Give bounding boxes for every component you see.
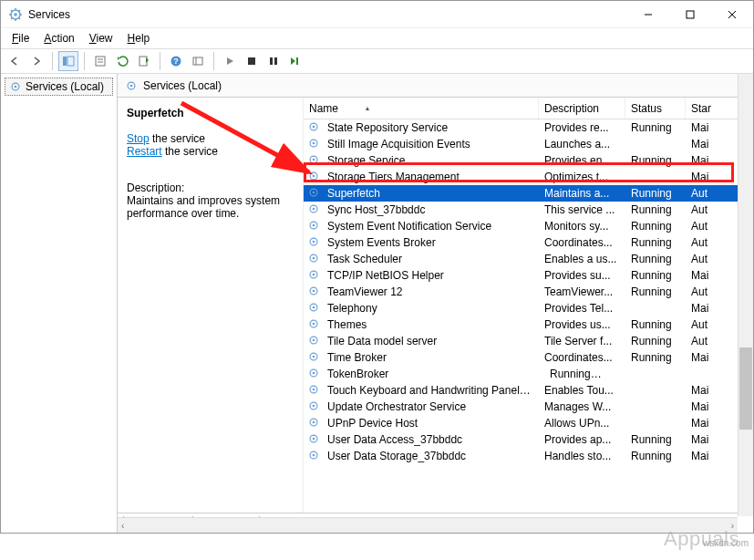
vertical-scrollbar[interactable]: [738, 98, 753, 513]
service-name: TeamViewer 12: [322, 285, 539, 298]
service-name: Superfetch: [322, 187, 539, 200]
service-row[interactable]: Touch Keyboard and Handwriting Panel Ser…: [304, 382, 753, 399]
menu-file[interactable]: File: [5, 30, 36, 47]
restart-service-link[interactable]: Restart: [127, 145, 162, 158]
nav-forward-button[interactable]: [26, 51, 46, 71]
service-row[interactable]: Sync Host_37bbddcThis service ...Running…: [304, 202, 753, 218]
service-icon: [307, 186, 322, 201]
service-row[interactable]: System Events BrokerCoordinates...Runnin…: [304, 234, 753, 251]
stop-service-button[interactable]: [242, 51, 262, 71]
minimize-button[interactable]: [627, 1, 669, 28]
svg-line-6: [11, 10, 12, 11]
service-row[interactable]: User Data Storage_37bbddcHandles sto...R…: [304, 448, 753, 464]
service-row[interactable]: Still Image Acquisition EventsLaunches a…: [304, 136, 753, 152]
stop-service-link[interactable]: Stop: [127, 132, 150, 145]
service-row[interactable]: Storage ServiceProvides en...RunningMai: [304, 152, 753, 169]
service-icon: [307, 383, 322, 398]
service-row[interactable]: Storage Tiers ManagementOptimizes t...Ma…: [304, 169, 753, 185]
restart-service-button[interactable]: [285, 51, 305, 71]
service-row[interactable]: Update Orchestrator ServiceManages W...M…: [304, 399, 753, 415]
service-startup: Aut: [686, 285, 722, 298]
console-tree-pane: Services (Local): [1, 74, 118, 533]
service-row[interactable]: UPnP Device HostAllows UPn...Mai: [304, 415, 753, 431]
service-icon: [307, 202, 322, 217]
col-name[interactable]: Name▴: [304, 98, 539, 119]
service-description: TeamViewer...: [539, 285, 625, 298]
refresh-button[interactable]: [112, 51, 132, 71]
service-icon: [307, 268, 322, 283]
details-pane: Superfetch Stop the service Restart the …: [118, 98, 304, 513]
service-description: Provides us...: [539, 318, 625, 331]
service-description: Enables Tou...: [539, 384, 625, 397]
service-description: Launches a...: [539, 138, 625, 150]
show-hide-tree-button[interactable]: [58, 51, 78, 71]
svg-point-35: [313, 142, 315, 145]
service-description: Provides su...: [539, 269, 625, 282]
service-row[interactable]: User Data Access_37bbddcProvides ap...Ru…: [304, 431, 753, 448]
menu-view[interactable]: View: [82, 30, 120, 47]
toolbar-extra-button[interactable]: [188, 51, 208, 71]
start-service-button[interactable]: [220, 51, 240, 71]
description-text: Maintains and improves system performanc…: [127, 194, 294, 220]
nav-back-button[interactable]: [5, 51, 25, 71]
service-row[interactable]: ThemesProvides us...RunningAut: [304, 316, 753, 333]
service-description: Handles sto...: [539, 450, 625, 462]
service-row[interactable]: SuperfetchMaintains a...RunningAut: [304, 185, 753, 202]
service-status: Running: [625, 318, 686, 331]
service-status: Running: [625, 121, 686, 134]
service-row[interactable]: TokenBrokerRunningMai: [304, 366, 753, 382]
service-icon: [307, 334, 322, 348]
svg-line-7: [19, 17, 20, 18]
svg-point-57: [313, 323, 315, 326]
service-name: UPnP Device Host: [322, 417, 539, 430]
service-icon: [307, 252, 322, 266]
tree-services-local[interactable]: Services (Local): [5, 78, 113, 96]
service-name: TCP/IP NetBIOS Helper: [322, 269, 539, 282]
service-description: Provides ap...: [539, 433, 625, 446]
service-row[interactable]: Tile Data model serverTile Server f...Ru…: [304, 333, 753, 349]
list-header-title: Services (Local): [118, 74, 753, 98]
service-status: Running: [625, 236, 686, 249]
service-row[interactable]: Time BrokerCoordinates...RunningMai: [304, 349, 753, 366]
service-row[interactable]: TelephonyProvides Tel...Mai: [304, 300, 753, 316]
pause-service-button[interactable]: [263, 51, 284, 71]
svg-point-39: [313, 175, 315, 178]
svg-point-55: [313, 306, 315, 309]
svg-point-73: [313, 454, 315, 457]
col-startup[interactable]: Star: [686, 98, 722, 119]
service-description: Coordinates...: [539, 236, 625, 249]
service-row[interactable]: TCP/IP NetBIOS HelperProvides su...Runni…: [304, 267, 753, 284]
menu-action[interactable]: Action: [36, 30, 81, 47]
service-row[interactable]: System Event Notification ServiceMonitor…: [304, 218, 753, 234]
service-status: Running: [625, 269, 686, 282]
service-name: User Data Access_37bbddc: [322, 433, 539, 446]
maximize-button[interactable]: [669, 1, 711, 28]
col-status[interactable]: Status: [625, 98, 686, 119]
service-status: Running: [625, 351, 686, 364]
service-icon: [307, 153, 322, 168]
service-icon: [307, 432, 322, 447]
service-startup: Aut: [686, 253, 722, 265]
service-name: System Event Notification Service: [322, 220, 539, 233]
export-list-button[interactable]: [134, 51, 154, 71]
service-startup: Aut: [686, 187, 722, 200]
service-name: System Events Broker: [322, 236, 539, 249]
service-icon: [307, 137, 322, 151]
service-description: Manages W...: [539, 400, 625, 413]
service-row[interactable]: Task SchedulerEnables a us...RunningAut: [304, 251, 753, 267]
svg-point-33: [313, 126, 315, 129]
service-row[interactable]: State Repository ServiceProvides re...Ru…: [304, 119, 753, 136]
service-startup: Mai: [686, 121, 722, 134]
help-button[interactable]: ?: [166, 51, 186, 71]
menubar: File Action View Help: [1, 28, 753, 48]
svg-rect-19: [139, 57, 147, 66]
service-row[interactable]: TeamViewer 12TeamViewer...RunningAut: [304, 284, 753, 300]
properties-button[interactable]: [90, 51, 110, 71]
service-name: Themes: [322, 318, 539, 331]
service-startup: Mai: [686, 450, 722, 462]
menu-help[interactable]: Help: [120, 30, 158, 47]
col-description[interactable]: Description: [539, 98, 625, 119]
close-button[interactable]: [711, 1, 753, 28]
service-startup: Aut: [686, 318, 722, 331]
service-description: Coordinates...: [539, 351, 625, 364]
